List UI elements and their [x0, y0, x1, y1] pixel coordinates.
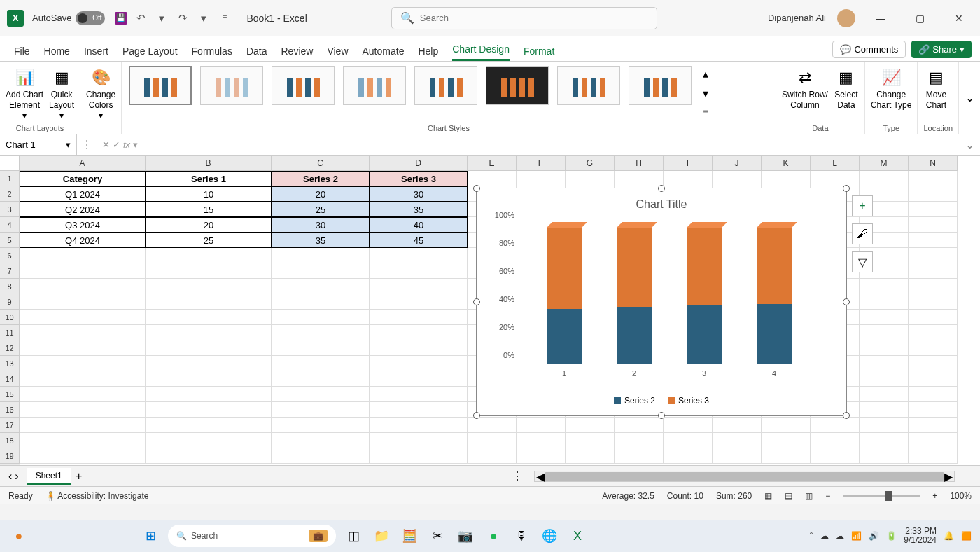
sheets-more-button[interactable]: ⋮ [506, 469, 528, 483]
cell[interactable] [909, 217, 958, 233]
share-button[interactable]: 🔗 Share ▾ [911, 41, 972, 58]
row-header[interactable]: 3 [0, 202, 20, 217]
cell[interactable] [860, 448, 909, 464]
cell[interactable] [909, 433, 958, 448]
tab-help[interactable]: Help [418, 46, 438, 61]
cell[interactable] [909, 356, 958, 371]
tab-formulas[interactable]: Formulas [192, 46, 232, 61]
cell[interactable] [370, 418, 468, 433]
cell[interactable] [664, 448, 713, 464]
cell[interactable] [615, 171, 664, 186]
tray-chevron-up-icon[interactable]: ˄ [809, 531, 813, 541]
cell[interactable] [272, 310, 370, 325]
cell[interactable] [468, 433, 517, 448]
chart-styles-more[interactable]: ▴▾⁼ [699, 64, 713, 123]
view-normal-button[interactable]: ▦ [764, 491, 772, 501]
user-avatar[interactable] [837, 9, 855, 27]
row-header[interactable]: 1 [0, 171, 20, 186]
cell[interactable] [272, 340, 370, 356]
cell[interactable]: 35 [272, 233, 370, 248]
cell[interactable] [272, 371, 370, 387]
cell[interactable] [909, 387, 958, 402]
cell[interactable] [517, 448, 566, 464]
add-chart-element-button[interactable]: 📊Add Chart Element ▾ [6, 64, 43, 123]
redo-dropdown[interactable]: ▾ [196, 11, 211, 26]
cell[interactable] [762, 433, 811, 448]
cell[interactable] [566, 418, 615, 433]
cell[interactable] [860, 356, 909, 371]
cell[interactable] [20, 279, 146, 294]
cell[interactable]: 10 [146, 186, 272, 202]
col-header[interactable]: H [615, 156, 664, 171]
cell[interactable]: Series 1 [146, 171, 272, 186]
cell[interactable] [20, 310, 146, 325]
col-header[interactable]: J [713, 156, 762, 171]
cell[interactable] [517, 171, 566, 186]
cell[interactable] [860, 171, 909, 186]
tab-home[interactable]: Home [44, 46, 70, 61]
sheet-tab-1[interactable]: Sheet1 [27, 468, 71, 485]
fx-icon[interactable]: fx [123, 139, 130, 150]
cell[interactable] [370, 448, 468, 464]
col-header[interactable]: K [762, 156, 811, 171]
bar-category-1[interactable]: 1 [547, 222, 582, 364]
tab-insert[interactable]: Insert [84, 46, 108, 61]
task-view-icon[interactable]: ◫ [343, 525, 364, 546]
cell[interactable] [370, 340, 468, 356]
chart-style-6[interactable] [486, 66, 549, 105]
cell[interactable] [860, 433, 909, 448]
cell[interactable] [468, 448, 517, 464]
cell[interactable] [20, 448, 146, 464]
chart-style-8[interactable] [629, 66, 692, 105]
chart-legend[interactable]: Series 2 Series 3 [477, 396, 846, 406]
cell[interactable] [909, 248, 958, 263]
cell[interactable] [20, 248, 146, 263]
cell[interactable] [566, 171, 615, 186]
col-header[interactable]: I [664, 156, 713, 171]
resize-handle[interactable] [658, 185, 665, 192]
row-header[interactable]: 19 [0, 448, 20, 464]
ribbon-collapse-button[interactable]: ⌄ [959, 62, 980, 134]
quick-access-icon[interactable]: ● [8, 525, 29, 546]
toggle-switch[interactable]: Off [76, 11, 105, 25]
chart-style-5[interactable] [414, 66, 477, 105]
cell[interactable] [566, 433, 615, 448]
cell[interactable] [370, 325, 468, 340]
resize-handle[interactable] [473, 298, 480, 305]
cell[interactable] [909, 340, 958, 356]
excel-taskbar-icon[interactable]: X [567, 525, 588, 546]
tray-onedrive-icon[interactable]: ☁ [820, 531, 829, 541]
tab-chart-design[interactable]: Chart Design [452, 43, 510, 61]
accessibility-status[interactable]: 🧍 Accessibility: Investigate [46, 491, 149, 501]
cell[interactable] [272, 279, 370, 294]
cell[interactable] [272, 418, 370, 433]
cell[interactable] [566, 448, 615, 464]
cell[interactable] [762, 448, 811, 464]
row-header[interactable]: 11 [0, 325, 20, 340]
clock[interactable]: 2:33 PM 9/1/2024 [904, 527, 937, 545]
cell[interactable]: 20 [272, 186, 370, 202]
cell[interactable] [272, 402, 370, 418]
bar-category-2[interactable]: 2 [617, 222, 652, 364]
row-header[interactable]: 5 [0, 233, 20, 248]
formula-expand-button[interactable]: ⌄ [960, 138, 980, 151]
camera-icon[interactable]: 📷 [455, 525, 476, 546]
cell[interactable]: Q3 2024 [20, 217, 146, 233]
row-header[interactable]: 16 [0, 402, 20, 418]
cell[interactable] [860, 325, 909, 340]
cell[interactable] [909, 448, 958, 464]
cell[interactable] [146, 448, 272, 464]
cell[interactable] [146, 248, 272, 263]
cell[interactable] [370, 356, 468, 371]
view-page-layout-button[interactable]: ▤ [785, 491, 792, 501]
tab-view[interactable]: View [327, 46, 348, 61]
tray-app-icon[interactable]: 🟧 [961, 531, 972, 541]
cell[interactable] [664, 418, 713, 433]
cell[interactable] [146, 371, 272, 387]
cell[interactable] [860, 387, 909, 402]
select-data-button[interactable]: ▦Select Data [834, 64, 859, 123]
cell[interactable] [370, 279, 468, 294]
row-header[interactable]: 18 [0, 433, 20, 448]
tab-page-layout[interactable]: Page Layout [122, 46, 178, 61]
cell[interactable] [370, 248, 468, 263]
